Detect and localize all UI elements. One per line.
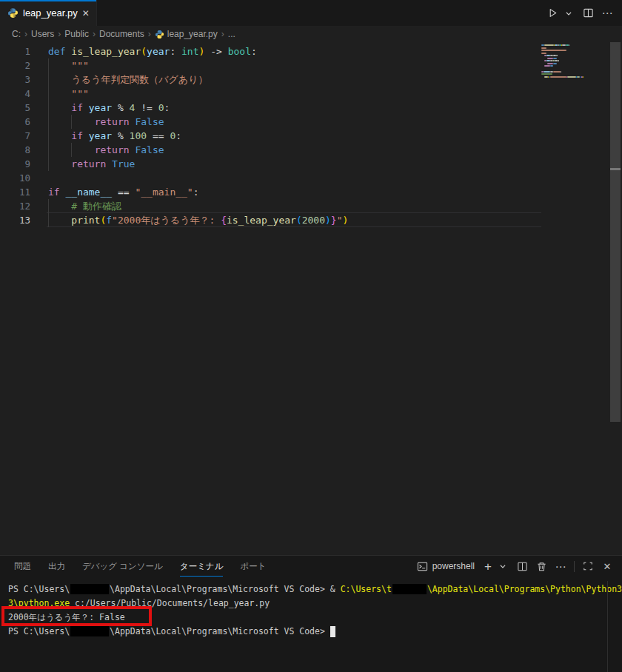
- code-editor[interactable]: 1def is_leap_year(year: int) -> bool:2 "…: [0, 42, 622, 555]
- code-line-11[interactable]: 11if __name__ == "__main__":: [0, 185, 622, 199]
- terminal-viewport[interactable]: PS C:\Users\\AppData\Local\Programs\Micr…: [0, 577, 622, 672]
- line-number: 9: [0, 157, 30, 171]
- panel-tabs: 問題 出力 デバッグ コンソール ターミナル ポート: [14, 557, 266, 577]
- redaction-box: [70, 584, 109, 594]
- terminal-dropdown-chevron-icon[interactable]: [497, 559, 509, 574]
- editor-vertical-scrollbar[interactable]: [610, 42, 621, 422]
- code-line-4[interactable]: 4 """: [0, 87, 622, 101]
- code-line-8[interactable]: 8 return False: [0, 143, 622, 157]
- code-line-3[interactable]: 3 うるう年判定関数（バグあり）: [0, 73, 622, 87]
- breadcrumb-item-public[interactable]: Public: [64, 29, 89, 39]
- terminal-line-3: 2000年はうるう年？: False: [8, 611, 622, 625]
- breadcrumb: C: › Users › Public › Documents › leap_y…: [0, 26, 622, 42]
- line-number: 6: [0, 115, 30, 129]
- breadcrumb-item-users[interactable]: Users: [31, 29, 54, 39]
- chevron-right-icon: ›: [221, 29, 225, 39]
- breadcrumb-item-symbol[interactable]: ...: [228, 29, 235, 39]
- kill-terminal-trash-icon[interactable]: [535, 559, 547, 574]
- python-icon: [7, 7, 19, 19]
- code-line-1[interactable]: 1def is_leap_year(year: int) -> bool:: [0, 44, 622, 58]
- python-icon: [155, 30, 164, 39]
- panel-tab-ports[interactable]: ポート: [240, 557, 266, 576]
- more-actions-button[interactable]: ⋯: [600, 5, 615, 21]
- minimap[interactable]: [539, 44, 610, 133]
- bottom-panel: 問題 出力 デバッグ コンソール ターミナル ポート powershell +: [0, 555, 622, 672]
- line-number: 4: [0, 87, 30, 101]
- chevron-right-icon: ›: [24, 29, 28, 39]
- code-line-9[interactable]: 9 return True: [0, 157, 622, 171]
- line-number: 8: [0, 143, 30, 157]
- code-line-5[interactable]: 5 if year % 4 != 0:: [0, 101, 622, 115]
- breadcrumb-item-file[interactable]: leap_year.py: [167, 29, 218, 39]
- terminal-cursor: [330, 626, 335, 637]
- code-line-7[interactable]: 7 if year % 100 == 0:: [0, 129, 622, 143]
- chevron-right-icon: ›: [92, 29, 96, 39]
- terminal-shell-selector[interactable]: powershell: [417, 561, 475, 572]
- code-line-2[interactable]: 2 """: [0, 58, 622, 73]
- line-number: 10: [0, 171, 30, 185]
- breadcrumb-item-drive[interactable]: C:: [12, 29, 21, 39]
- run-dropdown-chevron-icon[interactable]: [561, 5, 576, 21]
- tab-close-icon[interactable]: ✕: [82, 8, 90, 19]
- code-line-13[interactable]: 13 print(f"2000年はうるう年？: {is_leap_year(20…: [0, 213, 622, 227]
- terminal-scrollbar-track: [607, 581, 608, 672]
- split-editor-button[interactable]: [581, 5, 595, 21]
- line-number: 1: [0, 44, 30, 58]
- split-terminal-button[interactable]: [516, 559, 528, 574]
- tab-leap-year-py[interactable]: leap_year.py ✕: [0, 0, 97, 26]
- line-number: 3: [0, 73, 30, 87]
- editor-tab-bar: leap_year.py ✕ ⋯: [0, 0, 622, 26]
- terminal-line-4: PS C:\Users\\AppData\Local\Programs\Micr…: [8, 625, 622, 639]
- editor-actions: ⋯: [545, 0, 615, 26]
- scrollbar-cursor-marker: [610, 168, 621, 170]
- run-button[interactable]: [545, 5, 560, 21]
- code-lines: 1def is_leap_year(year: int) -> bool:2 "…: [0, 42, 622, 227]
- panel-actions: powershell + ⋯ ✕: [417, 559, 613, 574]
- new-terminal-button[interactable]: +: [482, 559, 494, 574]
- close-panel-button[interactable]: ✕: [601, 559, 613, 574]
- terminal-icon: [417, 561, 428, 572]
- panel-tab-terminal[interactable]: ターミナル: [180, 557, 224, 577]
- panel-more-actions-button[interactable]: ⋯: [555, 559, 566, 574]
- line-number: 11: [0, 185, 30, 199]
- line-number: 2: [0, 58, 30, 73]
- panel-header: 問題 出力 デバッグ コンソール ターミナル ポート powershell +: [0, 556, 622, 577]
- panel-tab-debug-console[interactable]: デバッグ コンソール: [82, 557, 163, 576]
- divider: [574, 561, 575, 572]
- line-number: 13: [0, 213, 30, 227]
- code-line-12[interactable]: 12 # 動作確認: [0, 199, 622, 213]
- terminal-line-1: PS C:\Users\\AppData\Local\Programs\Micr…: [8, 582, 622, 597]
- terminal-line-2: 3\python.exe c:/Users/Public/Documents/l…: [8, 597, 622, 611]
- breadcrumb-item-documents[interactable]: Documents: [99, 29, 144, 39]
- terminal-lines: PS C:\Users\\AppData\Local\Programs\Micr…: [8, 582, 622, 639]
- code-line-10[interactable]: 10: [0, 171, 622, 185]
- code-line-6[interactable]: 6 return False: [0, 115, 622, 129]
- chevron-right-icon: ›: [147, 29, 152, 39]
- line-number: 7: [0, 129, 30, 143]
- shell-label: powershell: [432, 561, 475, 571]
- vscode-window: leap_year.py ✕ ⋯ C: › Users › Public › D…: [0, 0, 622, 672]
- panel-tab-output[interactable]: 出力: [48, 557, 65, 576]
- redaction-box: [392, 584, 427, 594]
- chevron-right-icon: ›: [57, 29, 61, 39]
- line-number: 5: [0, 101, 30, 115]
- line-number: 12: [0, 199, 30, 213]
- panel-tab-problems[interactable]: 問題: [14, 557, 31, 576]
- tab-label: leap_year.py: [23, 7, 78, 19]
- maximize-panel-button[interactable]: [582, 559, 594, 574]
- redaction-box: [70, 626, 109, 636]
